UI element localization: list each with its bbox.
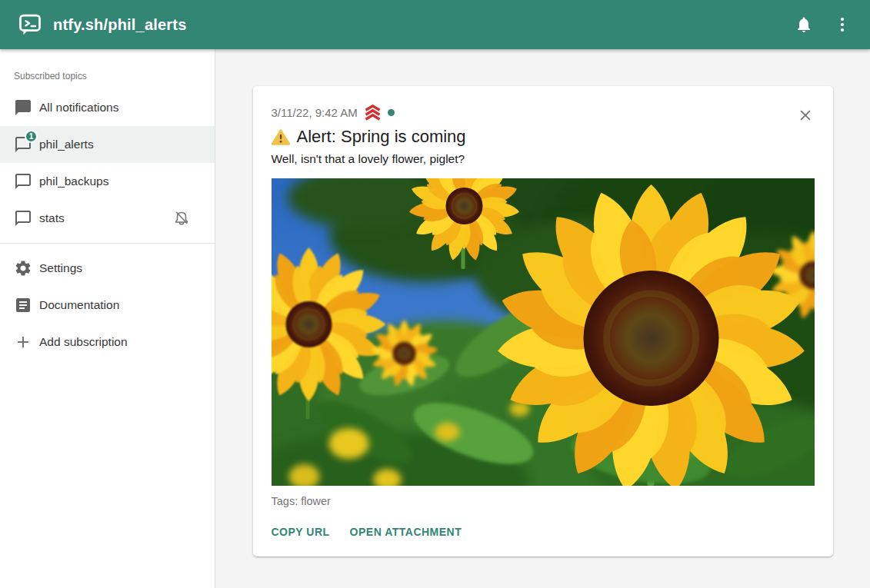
sidebar-item-settings[interactable]: Settings (0, 250, 215, 287)
new-notification-dot (388, 109, 395, 116)
timestamp: 3/11/22, 9:42 AM (272, 106, 358, 119)
ntfy-logo-icon (18, 13, 42, 36)
close-notification-button[interactable] (795, 105, 816, 126)
sidebar-item-documentation[interactable]: Documentation (0, 287, 215, 324)
kebab-menu-icon (833, 15, 852, 34)
chat-bubble-filled-icon (14, 98, 32, 117)
notification-title: Alert: Spring is coming (272, 127, 815, 147)
notification-body: Well, isn't that a lovely flower, piglet… (272, 152, 815, 166)
sidebar-item-add-subscription[interactable]: Add subscription (0, 324, 215, 360)
sidebar-item-stats[interactable]: stats (0, 200, 215, 237)
sidebar: Subscribed topics All notifications 1 ph… (0, 49, 215, 588)
article-icon (14, 296, 32, 314)
notification-actions: COPY URL OPEN ATTACHMENT (272, 521, 815, 543)
attachment-image[interactable] (272, 178, 815, 486)
sidebar-item-label: phil_backups (39, 174, 192, 188)
bell-off-icon (173, 209, 192, 228)
unread-count-badge: 1 (25, 130, 38, 143)
open-attachment-button[interactable]: OPEN ATTACHMENT (350, 521, 462, 543)
sidebar-item-all-notifications[interactable]: All notifications (0, 89, 215, 126)
sidebar-divider (0, 243, 215, 244)
subscribed-topics-caption: Subscribed topics (0, 58, 215, 89)
sidebar-item-phil-backups[interactable]: phil_backups (0, 163, 215, 200)
close-icon (797, 107, 814, 124)
copy-url-button[interactable]: COPY URL (272, 521, 330, 543)
notification-meta: 3/11/22, 9:42 AM (272, 105, 815, 121)
notification-tags: Tags: flower (272, 495, 815, 507)
sidebar-item-label: stats (39, 211, 173, 225)
chat-bubble-outline-icon (14, 209, 32, 228)
priority-max-icon (363, 105, 382, 121)
sidebar-item-label: Documentation (39, 298, 192, 312)
sidebar-item-phil-alerts[interactable]: 1 phil_alerts (0, 126, 215, 163)
app-bar: ntfy.sh/phil_alerts (0, 0, 870, 49)
main-content: 3/11/22, 9:42 AM (215, 49, 870, 588)
plus-icon (14, 333, 32, 351)
overflow-menu-button[interactable] (827, 9, 858, 40)
chat-bubble-outline-icon (14, 172, 32, 191)
notification-title-text: Alert: Spring is coming (297, 127, 466, 147)
chat-bubble-outline-icon: 1 (14, 135, 32, 154)
sidebar-item-label: All notifications (39, 101, 192, 115)
topic-title: ntfy.sh/phil_alerts (53, 16, 186, 34)
warning-emoji-icon (272, 129, 290, 145)
sidebar-item-label: Add subscription (39, 335, 192, 349)
bell-icon (795, 15, 813, 34)
sidebar-item-label: phil_alerts (39, 138, 192, 151)
sidebar-item-label: Settings (39, 261, 192, 275)
gear-icon (14, 259, 32, 277)
notification-card: 3/11/22, 9:42 AM (253, 86, 833, 556)
notifications-bell-button[interactable] (788, 9, 819, 40)
